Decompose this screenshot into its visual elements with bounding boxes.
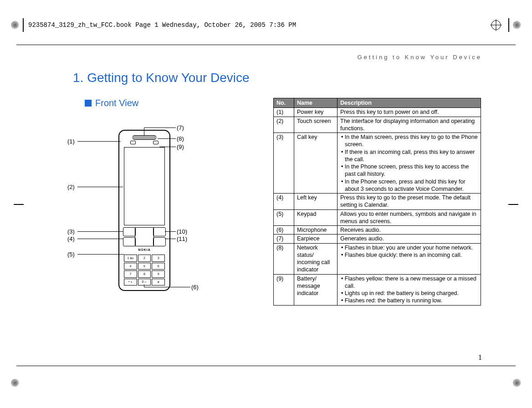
cell-no: (1) [274, 108, 294, 117]
lead-7v [144, 128, 144, 136]
chapter-title: 1. Getting to Know Your Device [73, 71, 250, 85]
crop-mark-top-right [513, 21, 521, 29]
cell-name: Power key [294, 108, 338, 117]
callout-5: (5) [67, 251, 75, 258]
cell-desc: Receives audio. [338, 226, 481, 235]
crop-tick-left [23, 18, 24, 32]
lead-2 [77, 187, 123, 187]
callout-2: (2) [67, 184, 75, 190]
cell-name: Microphone [294, 226, 338, 235]
key-8: 8 [138, 270, 151, 278]
section-heading: Front View [85, 98, 138, 108]
th-no: No. [274, 98, 294, 108]
callout-8: (8) [177, 135, 184, 142]
cell-name: Touch screen [294, 117, 338, 133]
crop-tick-right [508, 18, 509, 32]
bottom-rule [16, 366, 516, 366]
cell-no: (3) [274, 133, 294, 194]
section-title: Front View [95, 98, 138, 108]
right-softkey-icon [153, 227, 166, 236]
table-row: (4)Left keyPress this key to go to the p… [274, 194, 481, 210]
callout-1: (1) [67, 138, 75, 145]
cell-desc: Generates audio. [338, 235, 481, 243]
key-9: 9 [152, 270, 165, 278]
cell-name: Earpiece [294, 235, 338, 243]
cell-name: Network status/incoming call indicator [294, 243, 338, 274]
page-number: 1 [478, 353, 482, 362]
cell-no: (2) [274, 117, 294, 133]
call-key-icon [123, 227, 136, 236]
key-1: 1 ao [124, 255, 137, 262]
crop-mark-bottom-left [11, 379, 19, 387]
lead-8 [158, 138, 176, 139]
network-indicator-icon [130, 141, 136, 144]
lead-6v [144, 285, 144, 287]
key-hash: # [152, 279, 165, 286]
cell-no: (4) [274, 194, 294, 210]
header-bar: 9235874_3129_zh_tw_FCC.book Page 1 Wedne… [23, 20, 509, 30]
key-star: * + [124, 279, 137, 286]
key-2: 2 [138, 255, 151, 262]
table-row: (3)Call key• In the Main screen, press t… [274, 133, 481, 194]
lead-9 [159, 147, 176, 147]
cell-name: Call key [294, 133, 338, 194]
table-row: (6)MicrophoneReceives audio. [274, 226, 481, 235]
cell-desc: • In the Main screen, press this key to … [338, 133, 481, 194]
crop-mark-bottom-right [513, 379, 521, 387]
cell-no: (7) [274, 235, 294, 243]
callout-9: (9) [177, 143, 184, 150]
header-timestamp: 9235874_3129_zh_tw_FCC.book Page 1 Wedne… [28, 21, 296, 29]
side-register-right [508, 204, 518, 205]
key-4: 4 [124, 263, 137, 270]
softkey-cluster [123, 227, 166, 247]
cell-no: (9) [274, 274, 294, 305]
lead-6h [144, 287, 190, 287]
callout-4: (4) [67, 235, 75, 242]
cell-desc: • Flashes yellow: there is a new message… [338, 274, 481, 305]
battery-indicator-icon [153, 141, 159, 144]
key-6: 6 [152, 263, 165, 270]
table-row: (5)KeypadAllows you to enter numbers, sy… [274, 209, 481, 226]
cell-name: Battery/message indicator [294, 274, 338, 305]
cell-desc: • Flashes in blue: you are under your ho… [338, 243, 481, 274]
crop-mark-top-left [11, 21, 19, 29]
callout-7: (7) [177, 124, 184, 131]
register-mark-icon [490, 19, 502, 31]
cell-name: Keypad [294, 209, 338, 226]
table-row: (7)EarpieceGenerates audio. [274, 235, 481, 243]
top-rule [16, 42, 516, 48]
parts-table: No. Name Description (1)Power keyPress t… [273, 98, 481, 306]
table-row: (1)Power keyPress this key to turn power… [274, 108, 481, 117]
phone-body: NOKIA 1 ao 2 3 4 5 6 7 8 9 * + 0 ⌣ # [118, 130, 170, 291]
side-register-left [14, 204, 24, 205]
cell-desc: Press this key to go to the preset mode.… [338, 194, 481, 210]
section-bullet-icon [85, 100, 92, 107]
table-row: (2)Touch screenThe interface for display… [274, 117, 481, 133]
cell-desc: Press this key to turn power on and off. [338, 108, 481, 117]
cell-no: (5) [274, 209, 294, 226]
cell-name: Left key [294, 194, 338, 210]
lead-3 [77, 231, 123, 232]
table-row: (9)Battery/message indicator• Flashes ye… [274, 274, 481, 305]
earpiece-icon [133, 135, 156, 140]
key-5: 5 [138, 263, 151, 270]
keypad-icon: 1 ao 2 3 4 5 6 7 8 9 * + 0 ⌣ # [124, 255, 165, 286]
lead-1 [77, 141, 121, 142]
lead-11 [165, 239, 176, 239]
cell-no: (6) [274, 226, 294, 235]
cell-no: (8) [274, 243, 294, 274]
left-key-icon [123, 237, 136, 246]
key-3: 3 [152, 255, 165, 262]
brand-label: NOKIA [119, 248, 169, 251]
callout-3: (3) [67, 228, 75, 235]
cell-desc: The interface for displaying information… [338, 117, 481, 133]
device-front-diagram: NOKIA 1 ao 2 3 4 5 6 7 8 9 * + 0 ⌣ # (1)… [59, 116, 223, 312]
th-desc: Description [338, 98, 481, 108]
callout-6: (6) [191, 284, 199, 291]
end-key-icon [153, 237, 166, 246]
callout-10: (10) [177, 228, 187, 235]
lead-7h [144, 128, 176, 128]
touch-screen-icon [124, 147, 165, 225]
lead-10 [165, 231, 176, 232]
lead-4 [77, 239, 123, 239]
